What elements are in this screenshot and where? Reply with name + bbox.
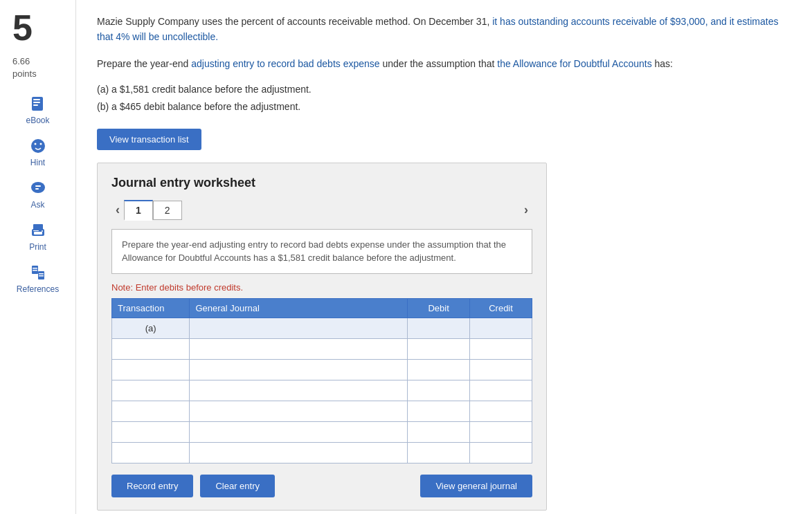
- debit-input[interactable]: [412, 382, 465, 398]
- transaction-cell: [112, 338, 190, 359]
- credit-cell[interactable]: [470, 401, 532, 421]
- table-row: [112, 380, 532, 401]
- transaction-cell: [112, 421, 190, 442]
- print-label: Print: [29, 242, 46, 252]
- credit-cell[interactable]: [470, 421, 532, 442]
- problem-text: Mazie Supply Company uses the percent of…: [97, 14, 791, 45]
- ask-label: Ask: [30, 200, 44, 210]
- credit-input[interactable]: [474, 361, 527, 378]
- sidebar-item-hint[interactable]: Hint: [28, 136, 48, 167]
- svg-rect-2: [33, 102, 40, 103]
- debit-input[interactable]: [412, 361, 465, 378]
- debit-input[interactable]: [412, 403, 465, 419]
- svg-rect-18: [33, 270, 37, 271]
- journal-input[interactable]: [194, 382, 403, 398]
- credit-input[interactable]: [474, 444, 527, 461]
- debit-input[interactable]: [412, 340, 465, 357]
- credit-cell[interactable]: [470, 442, 532, 463]
- view-transaction-button[interactable]: View transaction list: [97, 129, 201, 150]
- debit-cell[interactable]: [408, 380, 470, 401]
- transaction-cell: [112, 401, 190, 421]
- svg-rect-10: [35, 188, 39, 190]
- svg-rect-9: [35, 185, 41, 187]
- journal-input[interactable]: [194, 423, 403, 440]
- debit-cell[interactable]: [408, 338, 470, 359]
- worksheet-panel: Journal entry worksheet ‹ 1 2 › Prepare …: [97, 163, 547, 511]
- table-row: [112, 359, 532, 380]
- credit-cell[interactable]: [470, 338, 532, 359]
- svg-rect-17: [33, 268, 37, 269]
- credit-cell[interactable]: [470, 359, 532, 380]
- sidebar-item-ask[interactable]: Ask: [28, 178, 48, 210]
- prepare-text: Prepare the year-end adjusting entry to …: [97, 56, 791, 71]
- svg-rect-14: [42, 230, 43, 232]
- sidebar-item-references[interactable]: References: [17, 263, 59, 294]
- debit-cell[interactable]: [408, 318, 470, 338]
- table-row: [112, 442, 532, 463]
- svg-rect-15: [33, 230, 39, 231]
- svg-rect-21: [39, 275, 44, 277]
- svg-rect-1: [33, 99, 40, 100]
- record-entry-button[interactable]: Record entry: [111, 475, 193, 497]
- col-header-debit: Debit: [408, 298, 470, 318]
- debit-cell[interactable]: [408, 401, 470, 421]
- svg-rect-20: [39, 273, 44, 275]
- sub-items: (a) a $1,581 credit balance before the a…: [97, 81, 791, 116]
- svg-rect-13: [34, 232, 42, 235]
- credit-input[interactable]: [474, 320, 527, 336]
- svg-point-6: [39, 143, 42, 145]
- debit-input[interactable]: [412, 444, 465, 461]
- journal-input[interactable]: [194, 340, 403, 357]
- tab-2-button[interactable]: 2: [153, 201, 182, 220]
- book-icon: [28, 94, 48, 113]
- journal-cell[interactable]: [190, 380, 408, 401]
- svg-rect-3: [33, 104, 38, 106]
- view-general-journal-button[interactable]: View general journal: [420, 475, 532, 497]
- debit-input[interactable]: [412, 423, 465, 440]
- tab-next-button[interactable]: ›: [520, 203, 532, 217]
- debit-cell[interactable]: [408, 421, 470, 442]
- table-row: [112, 338, 532, 359]
- worksheet-title: Journal entry worksheet: [111, 176, 532, 190]
- sub-item-a: (a) a $1,581 credit balance before the a…: [97, 81, 791, 98]
- instruction-box: Prepare the year-end adjusting entry to …: [111, 229, 532, 274]
- credit-input[interactable]: [474, 403, 527, 419]
- journal-input[interactable]: [194, 320, 403, 336]
- references-label: References: [17, 284, 59, 294]
- buttons-row: Record entry Clear entry View general jo…: [111, 475, 532, 497]
- table-row: (a): [112, 318, 532, 338]
- journal-cell[interactable]: [190, 318, 408, 338]
- journal-cell[interactable]: [190, 338, 408, 359]
- journal-cell[interactable]: [190, 421, 408, 442]
- col-header-transaction: Transaction: [112, 298, 190, 318]
- journal-input[interactable]: [194, 403, 403, 419]
- debit-cell[interactable]: [408, 442, 470, 463]
- journal-cell[interactable]: [190, 442, 408, 463]
- main-content: Mazie Supply Company uses the percent of…: [76, 0, 812, 514]
- journal-cell[interactable]: [190, 401, 408, 421]
- journal-input[interactable]: [194, 444, 403, 461]
- credit-input[interactable]: [474, 382, 527, 398]
- tab-row: ‹ 1 2 ›: [111, 200, 532, 221]
- credit-cell[interactable]: [470, 380, 532, 401]
- journal-input[interactable]: [194, 361, 403, 378]
- svg-point-4: [31, 139, 45, 153]
- tab-1-button[interactable]: 1: [124, 200, 153, 221]
- sidebar-item-ebook[interactable]: eBook: [26, 94, 49, 125]
- credit-input[interactable]: [474, 340, 527, 357]
- debit-input[interactable]: [412, 320, 465, 336]
- prepare-text-part3: has:: [652, 58, 673, 69]
- credit-cell[interactable]: [470, 318, 532, 338]
- tab-prev-button[interactable]: ‹: [111, 203, 124, 217]
- credit-input[interactable]: [474, 423, 527, 440]
- journal-cell[interactable]: [190, 359, 408, 380]
- debit-cell[interactable]: [408, 359, 470, 380]
- sidebar-items: eBook Hint: [0, 94, 75, 294]
- clear-entry-button[interactable]: Clear entry: [200, 475, 275, 497]
- print-icon: [28, 221, 48, 240]
- table-row: [112, 421, 532, 442]
- ebook-label: eBook: [26, 116, 49, 125]
- chat-icon: [28, 178, 48, 198]
- hint-label: Hint: [30, 158, 45, 167]
- sidebar-item-print[interactable]: Print: [28, 221, 48, 252]
